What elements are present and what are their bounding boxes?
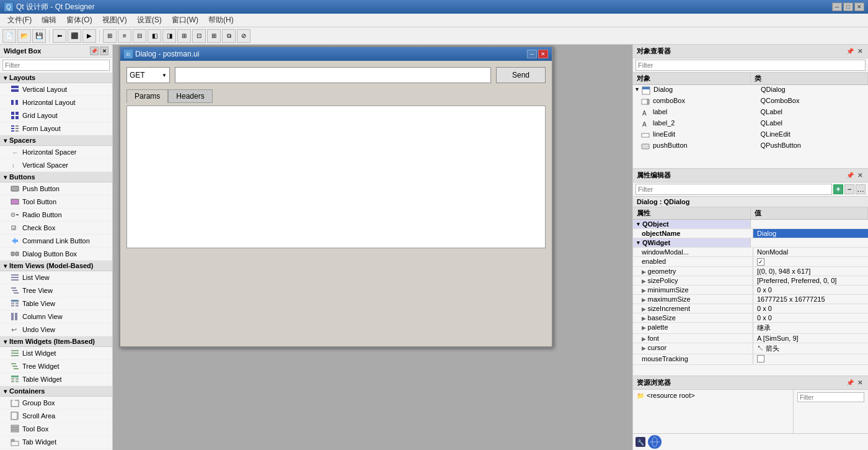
tb-btn-5[interactable]: ⬛ bbox=[68, 29, 81, 43]
widget-table-widget[interactable]: Table Widget bbox=[0, 373, 112, 386]
tb-btn-14[interactable]: ⊞ bbox=[207, 29, 221, 43]
widget-command-link-button[interactable]: Command Link Button bbox=[0, 235, 112, 248]
widget-column-view[interactable]: Column View bbox=[0, 310, 112, 323]
prop-objectname-val[interactable]: Dialog bbox=[753, 229, 868, 238]
widget-tool-button[interactable]: Tool Button bbox=[0, 196, 112, 209]
tb-btn-6[interactable]: ▶ bbox=[82, 29, 96, 43]
prop-rem-button[interactable]: − bbox=[844, 184, 854, 194]
widget-undo-view[interactable]: ↩ Undo View bbox=[0, 323, 112, 336]
expand-cursor-icon[interactable]: ▶ bbox=[642, 345, 648, 351]
resource-root-item[interactable]: 📁 <resource root> bbox=[634, 391, 792, 400]
obj-inspector-pin[interactable]: 📌 bbox=[846, 47, 854, 56]
minimize-button[interactable]: ─ bbox=[832, 2, 842, 11]
expand-sizeinc-icon[interactable]: ▶ bbox=[642, 306, 648, 312]
prop-group-qwidget-name[interactable]: QWidget bbox=[633, 238, 751, 247]
prop-add-button[interactable]: + bbox=[833, 184, 843, 194]
widget-push-button[interactable]: Push Button bbox=[0, 182, 112, 196]
tb-btn-7[interactable]: ⊞ bbox=[103, 29, 117, 43]
widget-radio-button[interactable]: Radio Button bbox=[0, 209, 112, 222]
resource-browser-pin[interactable]: 📌 bbox=[846, 379, 854, 387]
tb-btn-10[interactable]: ◧ bbox=[148, 29, 161, 43]
maximize-button[interactable]: □ bbox=[843, 2, 853, 11]
send-button[interactable]: Send bbox=[496, 67, 546, 83]
widget-group-box[interactable]: Group Box bbox=[0, 397, 112, 410]
prop-extra-button[interactable]: … bbox=[856, 184, 866, 194]
prop-group-qwidget[interactable]: QWidget bbox=[633, 238, 868, 248]
obj-item-combobox[interactable]: comboBox QComboBox bbox=[633, 96, 868, 107]
menu-window[interactable]: 窗口(W) bbox=[167, 14, 203, 27]
category-buttons[interactable]: Buttons bbox=[0, 172, 112, 182]
widget-tree-view[interactable]: Tree View bbox=[0, 284, 112, 297]
widget-grid-layout[interactable]: Grid Layout bbox=[0, 109, 112, 122]
prop-row-maximumsize[interactable]: ▶ maximumSize 16777215 x 16777215 bbox=[633, 295, 868, 304]
prop-row-objectname[interactable]: objectName Dialog bbox=[633, 229, 868, 238]
new-button[interactable]: 📄 bbox=[2, 29, 16, 43]
resource-browser-close[interactable]: ✕ bbox=[856, 379, 864, 387]
widget-tree-widget[interactable]: Tree Widget bbox=[0, 360, 112, 373]
mousetracking-checkbox[interactable] bbox=[757, 355, 764, 362]
menu-file[interactable]: 文件(F) bbox=[2, 14, 37, 27]
prop-group-qobject-name[interactable]: QObject bbox=[633, 220, 751, 228]
menu-edit[interactable]: 编辑 bbox=[37, 14, 61, 27]
tb-btn-11[interactable]: ◨ bbox=[162, 29, 176, 43]
prop-row-sizepolicy[interactable]: ▶ sizePolicy [Preferred, Preferred, 0, 0… bbox=[633, 276, 868, 286]
tb-btn-13[interactable]: ⊡ bbox=[192, 29, 206, 43]
obj-item-pushbutton[interactable]: pushButton QPushButton bbox=[633, 141, 868, 152]
category-item-widgets[interactable]: Item Widgets (Item-Based) bbox=[0, 336, 112, 347]
expand-minsize-icon[interactable]: ▶ bbox=[642, 287, 648, 294]
category-item-views[interactable]: Item Views (Model-Based) bbox=[0, 261, 112, 271]
prop-sizeincrement-val[interactable]: 0 x 0 bbox=[753, 304, 868, 313]
prop-minimumsize-val[interactable]: 0 x 0 bbox=[753, 286, 868, 294]
widget-check-box[interactable]: ✓ Check Box bbox=[0, 222, 112, 235]
widget-list-view[interactable]: List View bbox=[0, 271, 112, 284]
prop-row-cursor[interactable]: ▶ cursor ↖ 箭头 bbox=[633, 343, 868, 354]
resource-wrench-icon[interactable]: 🔧 bbox=[636, 437, 645, 447]
prop-row-basesize[interactable]: ▶ baseSize 0 x 0 bbox=[633, 313, 868, 323]
tb-btn-8[interactable]: ≡ bbox=[118, 29, 131, 43]
category-spacers[interactable]: Spacers bbox=[0, 135, 112, 146]
obj-item-lineedit[interactable]: lineEdit QLineEdit bbox=[633, 130, 868, 141]
prop-enabled-val[interactable] bbox=[753, 257, 868, 266]
prop-mousetracking-val[interactable] bbox=[753, 354, 868, 364]
prop-row-windowmodal[interactable]: windowModal... NonModal bbox=[633, 248, 868, 257]
open-button[interactable]: 📂 bbox=[17, 29, 31, 43]
tab-headers[interactable]: Headers bbox=[168, 89, 212, 103]
tb-btn-16[interactable]: ⊘ bbox=[237, 29, 250, 43]
prop-editor-pin[interactable]: 📌 bbox=[846, 171, 854, 180]
prop-windowmodal-val[interactable]: NonModal bbox=[753, 248, 868, 256]
prop-row-sizeincrement[interactable]: ▶ sizeIncrement 0 x 0 bbox=[633, 304, 868, 313]
widget-vertical-spacer[interactable]: ↕ Vertical Spacer bbox=[0, 159, 112, 172]
category-containers[interactable]: Containers bbox=[0, 386, 112, 397]
resource-globe-icon[interactable] bbox=[648, 435, 662, 449]
widget-form-layout[interactable]: Form Layout bbox=[0, 122, 112, 135]
widget-dialog-button-box[interactable]: Dialog Button Box bbox=[0, 248, 112, 261]
expand-font-icon[interactable]: ▶ bbox=[642, 336, 648, 342]
widget-box-close[interactable]: ✕ bbox=[100, 47, 108, 55]
prop-row-geometry[interactable]: ▶ geometry [(0, 0), 948 x 617] bbox=[633, 267, 868, 276]
close-button[interactable]: ✕ bbox=[854, 2, 864, 11]
save-button[interactable]: 💾 bbox=[32, 29, 46, 43]
widget-horizontal-layout[interactable]: Horizontal Layout bbox=[0, 96, 112, 109]
tb-btn-9[interactable]: ⊟ bbox=[133, 29, 146, 43]
tb-btn-15[interactable]: ⧉ bbox=[222, 29, 236, 43]
obj-filter-input[interactable] bbox=[636, 60, 866, 71]
dialog-minimize[interactable]: ─ bbox=[527, 50, 537, 58]
expand-geometry-icon[interactable]: ▶ bbox=[642, 269, 648, 275]
menu-help[interactable]: 帮助(H) bbox=[203, 14, 239, 27]
prop-row-enabled[interactable]: enabled bbox=[633, 257, 868, 267]
widget-table-view[interactable]: Table View bbox=[0, 297, 112, 310]
expand-maxsize-icon[interactable]: ▶ bbox=[642, 297, 648, 303]
menu-form[interactable]: 窗体(O) bbox=[61, 14, 97, 27]
widget-tool-box[interactable]: Tool Box bbox=[0, 423, 112, 436]
obj-item-dialog[interactable]: ▾ Dialog QDialog bbox=[633, 85, 868, 96]
prop-row-font[interactable]: ▶ font A [SimSun, 9] bbox=[633, 334, 868, 343]
widget-box-pin[interactable]: 📌 bbox=[90, 47, 99, 55]
widget-horizontal-spacer[interactable]: ↔ Horizontal Spacer bbox=[0, 146, 112, 159]
expand-sizepolicy-icon[interactable]: ▶ bbox=[642, 278, 648, 284]
prop-cursor-val[interactable]: ↖ 箭头 bbox=[753, 343, 868, 354]
widget-filter-input[interactable] bbox=[2, 60, 110, 71]
method-combo[interactable]: GET ▼ bbox=[126, 67, 170, 83]
obj-item-label[interactable]: A label QLabel bbox=[633, 107, 868, 119]
prop-maximumsize-val[interactable]: 16777215 x 16777215 bbox=[753, 295, 868, 304]
widget-list-widget[interactable]: List Widget bbox=[0, 347, 112, 360]
